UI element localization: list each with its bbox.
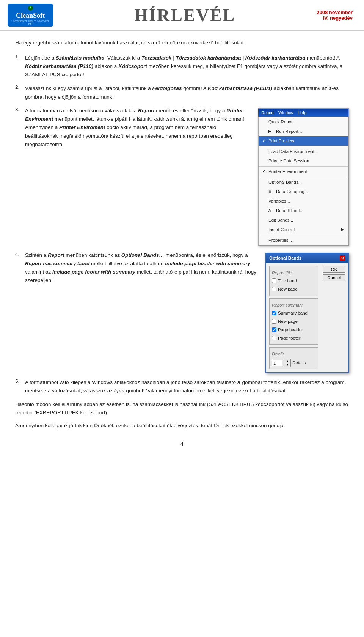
checkbox-pagefooter[interactable] xyxy=(272,336,276,340)
label-properties: Properties... xyxy=(268,237,292,244)
section-5: 5. A formátumból való kilépés a Windows … xyxy=(15,378,349,395)
menu-separator-2 xyxy=(259,166,348,167)
menu-item-optionalbands[interactable]: Optional Bands... xyxy=(259,178,348,187)
main-content: Ha egy régebbi számlaformátumot kívánunk… xyxy=(0,31,364,458)
menu-item-printerenv[interactable]: ✔ Printer Environment xyxy=(259,167,348,176)
section-5-body: A formátumból való kilépés a Windows abl… xyxy=(25,378,349,395)
menu-item-insertcontrol[interactable]: Insert Control ▶ xyxy=(259,225,348,234)
menu-title-window: Window xyxy=(278,109,293,116)
menu-item-quickreport[interactable]: Quick Report... xyxy=(259,117,348,127)
check-optionalbands xyxy=(262,179,267,186)
check-properties xyxy=(262,237,267,244)
dialog-body: Report title Title band New page xyxy=(266,263,348,372)
checkbox-titleband[interactable] xyxy=(272,278,276,283)
label-summaryband: Summary band xyxy=(278,310,308,317)
datagrouping-icon: ⊞ xyxy=(268,189,275,195)
section-4: 4. Szintén a Report menüben kattintsunk … xyxy=(15,251,349,373)
dialog-cancel-button[interactable]: Cancel xyxy=(323,274,345,281)
label-variables: Variables... xyxy=(268,198,290,205)
label-runreport: Run Report... xyxy=(276,128,302,135)
newsletter-title: HÍRLEVÉL xyxy=(134,5,235,25)
dialog-row-titleband-newpage[interactable]: New page xyxy=(272,286,316,293)
optional-bands-dialog: Optional Bands ✕ Report title xyxy=(265,253,349,373)
dialog-row-summary-newpage[interactable]: New page xyxy=(272,318,316,325)
checkbox-titleband-newpage[interactable] xyxy=(272,287,276,291)
check-quickreport xyxy=(262,119,267,125)
menu-item-loaddataenv[interactable]: Load Data Environment... xyxy=(259,147,348,156)
menu-title-help: Help xyxy=(298,109,306,116)
menu-title-report: Report xyxy=(261,109,274,116)
check-runreport xyxy=(262,128,267,135)
dialog-close-button[interactable]: ✕ xyxy=(340,255,345,261)
dialog-row-summaryband[interactable]: Summary band xyxy=(272,310,316,317)
check-variables xyxy=(262,198,267,204)
dialog-row-titleband[interactable]: Title band xyxy=(272,277,316,285)
page-number: 4 xyxy=(15,441,349,447)
label-privatedatasession: Private Data Session xyxy=(268,157,309,165)
section-1-number: 1. xyxy=(15,54,25,79)
details-count-input[interactable] xyxy=(272,360,282,366)
menu-item-datagrouping[interactable]: ⊞ Data Grouping... xyxy=(259,187,348,197)
details-stepper[interactable]: ▲ ▼ xyxy=(284,359,291,367)
check-privatedatasession xyxy=(262,158,267,164)
label-printerenv: Printer Environment xyxy=(268,168,307,175)
check-editbands xyxy=(262,217,267,223)
logo-area: CleanSoft Számítástechnikai és Számvitel… xyxy=(8,4,53,27)
details-label: Details xyxy=(292,359,306,366)
details-row: ▲ ▼ Details xyxy=(272,359,316,367)
dialog-ok-button[interactable]: OK xyxy=(323,266,345,273)
menu-item-variables[interactable]: Variables... xyxy=(259,197,348,206)
date-info: 2008 november IV. negyedév xyxy=(317,9,353,21)
label-printpreview: Print Preview xyxy=(268,137,294,145)
section-2-number: 2. xyxy=(15,84,25,101)
final-para-1: Hasonló módon kell eljárnunk abban az es… xyxy=(15,400,349,417)
menu-item-printpreview[interactable]: ✔ Print Preview xyxy=(259,136,348,146)
section-4-number: 4. xyxy=(15,251,25,373)
label-defaultfont: Default Font... xyxy=(276,207,303,214)
final-para-2: Amennyiben kollégáink jártak kinn Önökné… xyxy=(15,422,349,430)
dialog-titlebar: Optional Bands ✕ xyxy=(266,253,348,263)
checkbox-summary-newpage[interactable] xyxy=(272,319,276,324)
menu-separator-4 xyxy=(259,235,348,235)
insertcontrol-arrow: ▶ xyxy=(341,226,344,233)
label-pagefooter: Page footer xyxy=(278,335,300,342)
menu-separator-1 xyxy=(259,146,348,146)
dialog-row-pagefooter[interactable]: Page footer xyxy=(272,335,316,342)
logo-title: CleanSoft xyxy=(16,12,45,20)
defaultfont-icon: A xyxy=(268,208,275,214)
dialog-row-pageheader[interactable]: Page header xyxy=(272,326,316,333)
menu-item-runreport[interactable]: ▶ Run Report... xyxy=(259,127,348,136)
section-3-body: A formátumban a felső menüsoron válasszu… xyxy=(25,107,349,246)
dialog-section-details: Details xyxy=(272,351,316,357)
check-printpreview: ✔ xyxy=(262,138,267,144)
checkbox-pageheader[interactable] xyxy=(272,327,276,332)
menu-item-properties[interactable]: Properties... xyxy=(259,236,348,245)
check-loaddataenv xyxy=(262,148,267,155)
intro-text: Ha egy régebbi számlaformátumot kívánunk… xyxy=(15,39,349,47)
section-4-body: Szintén a Report menüben kattintsunk az … xyxy=(25,251,349,373)
menu-title-bar: Report Window Help xyxy=(258,109,348,117)
menu-separator-3 xyxy=(259,177,348,177)
header: CleanSoft Számítástechnikai és Számvitel… xyxy=(0,0,364,31)
menu-items: Quick Report... ▶ Run Report... ✔ Print … xyxy=(258,117,348,245)
menu-item-privatedatasession[interactable]: Private Data Session xyxy=(259,156,348,166)
menu-item-editbands[interactable]: Edit Bands... xyxy=(259,215,348,225)
check-insertcontrol xyxy=(262,226,267,233)
dialog-title-text: Optional Bands xyxy=(269,255,301,262)
checkbox-summaryband[interactable] xyxy=(272,311,276,315)
dialog-buttons: OK Cancel xyxy=(323,266,345,369)
runreport-icon: ▶ xyxy=(268,128,275,135)
logo-box: CleanSoft Számítástechnikai és Számvitel… xyxy=(8,4,53,27)
section-3-number: 3. xyxy=(15,107,25,246)
menu-item-defaultfont[interactable]: A Default Font... xyxy=(259,206,348,215)
label-quickreport: Quick Report... xyxy=(268,118,298,126)
section-3: 3. A formátumban a felső menüsoron válas… xyxy=(15,107,349,246)
report-menu-screenshot: Report Window Help Quick Report... xyxy=(258,108,349,246)
label-loaddataenv: Load Data Environment... xyxy=(268,148,318,155)
label-optionalbands: Optional Bands... xyxy=(268,179,302,186)
section-1: 1. Lépjünk be a Számlázás modulba! Válas… xyxy=(15,54,349,79)
label-editbands: Edit Bands... xyxy=(268,217,293,224)
label-titleband-newpage: New page xyxy=(278,286,298,293)
stepper-down[interactable]: ▼ xyxy=(284,363,290,367)
stepper-up[interactable]: ▲ xyxy=(284,359,290,363)
